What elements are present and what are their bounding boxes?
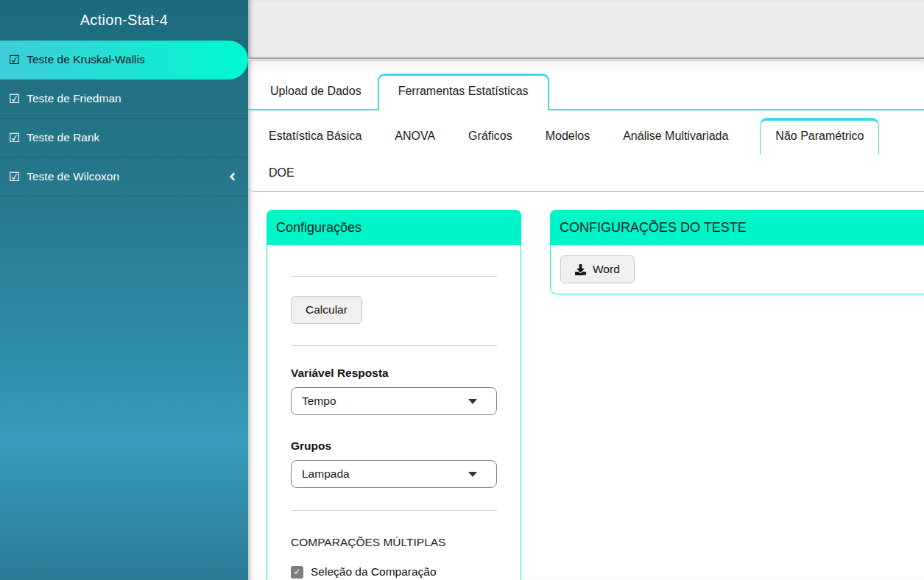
tab-label: Ferramentas Estatísticas <box>398 85 529 97</box>
config-panel-title: Configurações <box>267 210 521 245</box>
download-icon <box>575 264 586 275</box>
sidebar-menu: ☑ Teste de Kruskal-Wallis ☑ Teste de Fri… <box>0 40 248 197</box>
top-navbar <box>248 0 924 59</box>
test-config-panel-title: CONFIGURAÇÕES DO TESTE <box>550 210 924 245</box>
main-content: Upload de Dados Ferramentas Estatísticas… <box>248 60 924 580</box>
divider <box>291 276 497 277</box>
calculate-button-label: Calcular <box>306 303 348 316</box>
dropdown-caret-icon <box>468 399 477 404</box>
sidebar-item-friedman[interactable]: ☑ Teste de Friedman <box>0 79 248 119</box>
check-icon: ✓ <box>293 567 300 577</box>
subtab-label: Análise Multivariada <box>623 130 728 142</box>
comparison-selection-checkbox[interactable]: ✓ <box>291 566 303 579</box>
groups-label: Grupos <box>291 439 497 453</box>
sidebar-item-wilcoxon[interactable]: ☑ Teste de Wilcoxon <box>0 158 248 197</box>
word-download-button[interactable]: Word <box>560 255 635 283</box>
sidebar-item-label: Teste de Kruskal-Wallis <box>27 53 145 66</box>
checkbox-icon: ☑ <box>9 93 20 105</box>
subtab-label: Não Paramétrico <box>775 130 864 142</box>
spacer <box>291 245 497 276</box>
subtab-label: ANOVA <box>395 130 435 142</box>
calculate-button[interactable]: Calcular <box>291 296 362 324</box>
subtab-modelos[interactable]: Modelos <box>534 118 602 155</box>
comparison-selection-row: ✓ Seleção da Comparação <box>291 565 497 579</box>
sidebar-item-label: Teste de Wilcoxon <box>27 170 119 183</box>
comparison-selection-label: Seleção da Comparação <box>311 565 437 579</box>
divider <box>291 510 497 511</box>
test-config-panel: CONFIGURAÇÕES DO TESTE Word <box>550 210 924 294</box>
subtab-label: Estatística Básica <box>269 130 362 142</box>
subtab-analise-multivariada[interactable]: Análise Multivariada <box>611 118 740 155</box>
sidebar-item-rank[interactable]: ☑ Teste de Rank <box>0 119 248 158</box>
groups-select[interactable]: Lampada <box>291 460 497 488</box>
dropdown-caret-icon <box>468 472 477 477</box>
app-title: Action-Stat-4 <box>0 0 248 40</box>
checkbox-icon: ☑ <box>9 171 20 183</box>
subtab-nao-parametrico[interactable]: Não Paramétrico <box>760 118 879 155</box>
sub-tab-bar: Estatística Básica ANOVA Gráficos Modelo… <box>248 110 924 192</box>
chevron-left-icon <box>228 171 236 183</box>
subtab-label: DOE <box>269 166 295 179</box>
config-panel: Configurações Calcular Variável Resposta… <box>267 210 521 580</box>
response-variable-label: Variável Resposta <box>291 367 497 380</box>
subtab-graficos[interactable]: Gráficos <box>456 118 524 155</box>
subtab-estatistica-basica[interactable]: Estatística Básica <box>257 118 373 155</box>
checkbox-icon: ☑ <box>9 132 20 144</box>
sidebar-item-label: Teste de Rank <box>27 131 99 144</box>
subtab-doe[interactable]: DOE <box>257 155 306 191</box>
checkbox-icon: ☑ <box>9 54 20 66</box>
word-download-button-label: Word <box>593 263 620 276</box>
groups-value: Lampada <box>302 467 350 481</box>
sidebar: Action-Stat-4 ☑ Teste de Kruskal-Wallis … <box>0 0 248 580</box>
divider <box>291 345 497 346</box>
config-panel-body: Calcular Variável Resposta Tempo Grupos … <box>267 245 521 579</box>
sidebar-item-label: Teste de Friedman <box>27 92 121 105</box>
tab-ferramentas-estatisticas[interactable]: Ferramentas Estatísticas <box>378 74 549 110</box>
multiple-comparisons-heading: COMPARAÇÕES MÚLTIPLAS <box>291 536 497 549</box>
response-variable-value: Tempo <box>302 395 336 408</box>
sidebar-item-kruskal-wallis[interactable]: ☑ Teste de Kruskal-Wallis <box>0 40 248 79</box>
subtab-label: Modelos <box>546 130 590 142</box>
tab-upload-de-dados[interactable]: Upload de Dados <box>254 75 378 109</box>
test-config-panel-body: Word <box>551 245 924 294</box>
subtab-anova[interactable]: ANOVA <box>383 118 447 155</box>
main-tab-bar: Upload de Dados Ferramentas Estatísticas <box>248 60 924 110</box>
response-variable-select[interactable]: Tempo <box>291 387 497 415</box>
tab-label: Upload de Dados <box>270 85 362 97</box>
subtab-label: Gráficos <box>468 130 512 142</box>
